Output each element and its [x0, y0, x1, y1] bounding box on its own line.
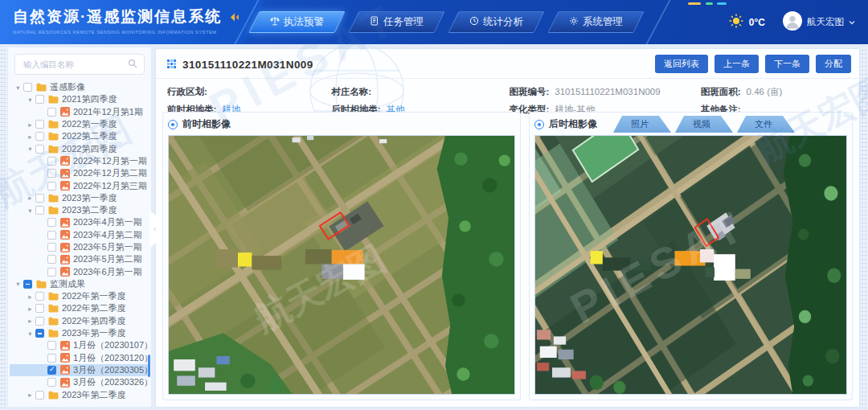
- after-tab-video[interactable]: 视频: [675, 116, 733, 133]
- checkbox[interactable]: [23, 280, 32, 289]
- tree-item[interactable]: 2022年12月第三期: [10, 179, 149, 191]
- after-image-panel: 后时相影像 照片视频文件: [529, 112, 853, 400]
- tree-item-label: 2022年第二季度: [62, 302, 125, 314]
- tree-item[interactable]: ▾遥感影像: [10, 81, 149, 93]
- caret-down-icon[interactable]: ▾: [14, 280, 23, 288]
- checkbox[interactable]: [35, 292, 44, 301]
- before-radio[interactable]: [168, 120, 178, 129]
- checkbox[interactable]: [47, 169, 56, 178]
- tree-item[interactable]: ▸2022年第二季度: [10, 302, 149, 314]
- tree-item[interactable]: 1月份（20230107）: [10, 339, 149, 351]
- caret-right-icon[interactable]: ▸: [26, 317, 35, 325]
- caret-right-icon[interactable]: ▸: [26, 305, 35, 313]
- tree-item[interactable]: ▾监测成果: [10, 278, 149, 290]
- search-icon[interactable]: [128, 57, 137, 72]
- checkbox[interactable]: [47, 255, 56, 264]
- after-tab-file[interactable]: 文件: [737, 116, 795, 133]
- caret-down-icon[interactable]: ▾: [26, 330, 35, 338]
- checkbox[interactable]: [47, 354, 56, 363]
- tree-item[interactable]: ▸2022第一季度: [10, 118, 149, 130]
- field: 图斑编号:310151110221M031N009: [509, 86, 700, 98]
- checkbox[interactable]: [35, 132, 44, 141]
- caret-down-icon[interactable]: ▾: [14, 84, 23, 92]
- checkbox[interactable]: [35, 391, 44, 400]
- header-decor-dash: [688, 2, 701, 5]
- tree-item[interactable]: 2023年4月第一期: [10, 216, 149, 228]
- checkbox[interactable]: [23, 83, 32, 92]
- after-radio[interactable]: [534, 120, 544, 129]
- horn-icon: [228, 8, 240, 26]
- caret-down-icon[interactable]: ▾: [26, 145, 35, 153]
- checkbox[interactable]: ✓: [47, 366, 56, 375]
- checkbox[interactable]: [35, 145, 44, 154]
- next-button[interactable]: 下一条: [765, 55, 809, 73]
- checkbox[interactable]: [35, 329, 44, 338]
- tree-item[interactable]: 2023年6月第一期: [10, 265, 149, 277]
- tree-item[interactable]: ▸2023年第二季度: [10, 388, 149, 400]
- nav-tab-4[interactable]: 系统管理: [553, 11, 639, 33]
- tree-item[interactable]: ▾2021第四季度: [10, 93, 149, 105]
- checkbox[interactable]: [47, 108, 56, 117]
- checkbox[interactable]: [35, 120, 44, 129]
- caret-right-icon[interactable]: ▸: [26, 194, 35, 202]
- caret-right-icon[interactable]: ▸: [26, 293, 35, 301]
- tree-item[interactable]: 2022年12月第二期: [10, 167, 149, 179]
- tree-item[interactable]: ✓3月份（20230305）: [10, 364, 149, 376]
- nav-tab-3[interactable]: 统计分析: [453, 11, 539, 33]
- sidebar-scrollbar[interactable]: [148, 355, 150, 377]
- checkbox[interactable]: [35, 317, 44, 326]
- folder-icon: [48, 317, 59, 326]
- gear-icon: [569, 12, 579, 34]
- tree-item[interactable]: ▸2022年第四季度: [10, 315, 149, 327]
- checkbox[interactable]: [35, 206, 44, 215]
- checkbox[interactable]: [47, 218, 56, 227]
- tree-item[interactable]: ▾2022第四季度: [10, 142, 149, 154]
- caret-right-icon[interactable]: ▸: [26, 391, 35, 399]
- caret-down-icon[interactable]: ▾: [26, 96, 35, 104]
- checkbox[interactable]: [35, 304, 44, 313]
- checkbox[interactable]: [47, 341, 56, 350]
- field: 村庄名称:: [331, 86, 509, 98]
- checkbox[interactable]: [35, 194, 44, 203]
- tree-item-label: 遥感影像: [50, 81, 85, 93]
- caret-right-icon[interactable]: ▸: [26, 133, 35, 141]
- nav-tab-2[interactable]: 任务管理: [354, 11, 440, 33]
- checkbox[interactable]: [47, 243, 56, 252]
- scale-icon: [270, 12, 280, 34]
- tree-item[interactable]: ▾2023年第一季度: [10, 327, 149, 339]
- checkbox[interactable]: [47, 157, 56, 166]
- tree-item[interactable]: 2023年4月第二期: [10, 229, 149, 241]
- checkbox[interactable]: [47, 231, 56, 240]
- after-satellite-image[interactable]: [535, 136, 846, 394]
- tree-item-label: 2023年第一季度: [62, 327, 125, 339]
- tree-item[interactable]: 1月份（20230120）: [10, 352, 149, 364]
- search-input[interactable]: [22, 59, 128, 70]
- catalog-search: [14, 54, 145, 75]
- header-decor-dash: [717, 2, 727, 5]
- tree-item[interactable]: ▸2023第一季度: [10, 192, 149, 204]
- assign-button[interactable]: 分配: [816, 55, 851, 73]
- tree-item[interactable]: ▾2023第二季度: [10, 204, 149, 216]
- tree-item[interactable]: ▸2022第二季度: [10, 130, 149, 142]
- tree-item-label: 2023年第二季度: [62, 389, 125, 401]
- checkbox[interactable]: [47, 182, 56, 191]
- previous-button[interactable]: 上一条: [714, 55, 759, 73]
- tree-item-label: 2023年6月第一期: [73, 266, 142, 278]
- checkbox[interactable]: [47, 268, 56, 277]
- after-tab-photo[interactable]: 照片: [613, 116, 671, 133]
- user-menu[interactable]: 航天宏图: [783, 11, 855, 32]
- tree-item[interactable]: 2021年12月第1期: [10, 106, 149, 118]
- caret-right-icon[interactable]: ▸: [26, 121, 35, 129]
- checkbox[interactable]: [47, 378, 56, 387]
- tree-item[interactable]: 2023年5月第一期: [10, 241, 149, 253]
- nav-tab-1[interactable]: 执法预警: [254, 11, 340, 33]
- back-to-list-button[interactable]: 返回列表: [655, 55, 708, 73]
- caret-down-icon[interactable]: ▾: [26, 207, 35, 215]
- tree-item[interactable]: 2023年5月第二期: [10, 253, 149, 265]
- field: 图斑面积:0.46 (亩): [701, 86, 851, 98]
- tree-item[interactable]: 3月份（20230326）: [10, 376, 149, 388]
- tree-item[interactable]: ▸2022年第一季度: [10, 290, 149, 302]
- checkbox[interactable]: [35, 95, 44, 104]
- before-satellite-image[interactable]: [169, 136, 514, 394]
- tree-item[interactable]: 2022年12月第一期: [10, 155, 149, 167]
